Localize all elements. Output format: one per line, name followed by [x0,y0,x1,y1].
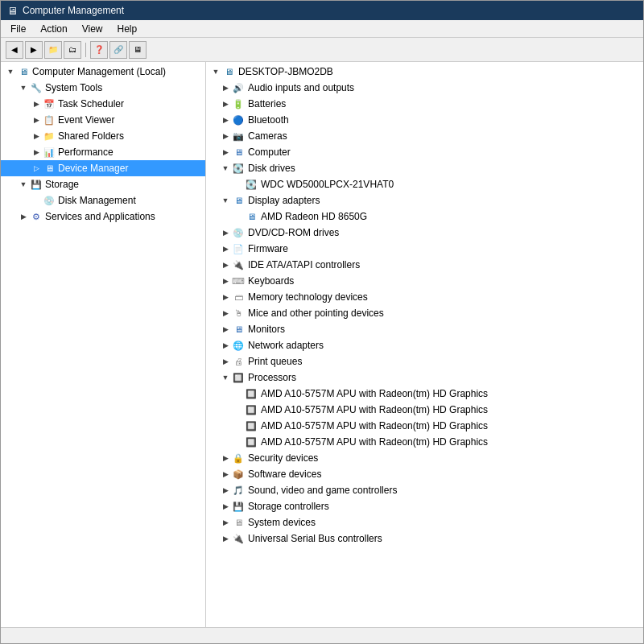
firmware-expand-icon[interactable]: ▶ [219,242,232,255]
system-dev-label: System devices [248,517,316,528]
rp-item-ide[interactable]: ▶ 🔌 IDE ATA/ATAPI controllers [206,257,643,273]
computer-expand-icon[interactable]: ▶ [219,146,232,159]
rp-item-memory[interactable]: ▶ 🗃 Memory technology devices [206,289,643,305]
rp-item-network[interactable]: ▶ 🌐 Network adapters [206,337,643,353]
firmware-icon: 📄 [232,242,245,255]
memory-expand-icon[interactable]: ▶ [219,291,232,303]
sidebar-item-system-tools[interactable]: ▼ 🔧 System Tools [1,80,205,96]
back-button[interactable]: ◀ [6,41,23,59]
batteries-label: Batteries [248,98,286,109]
menu-help[interactable]: Help [111,22,144,35]
software-expand-icon[interactable]: ▶ [219,468,232,481]
network-icon: 🌐 [232,339,245,352]
batteries-expand-icon[interactable]: ▶ [219,97,232,110]
rp-item-security[interactable]: ▶ 🔒 Security devices [206,450,643,466]
disk-mgmt-expand[interactable]: ▷ [30,194,43,207]
device-manager-expand[interactable]: ▷ [30,162,43,175]
rp-item-disk-drives[interactable]: ▼ 💽 Disk drives [206,160,643,176]
print-expand-icon[interactable]: ▶ [219,355,232,368]
sidebar-item-shared-folders[interactable]: ▶ 📁 Shared Folders [1,128,205,144]
ide-expand-icon[interactable]: ▶ [219,258,232,271]
rp-item-bluetooth[interactable]: ▶ 🔵 Bluetooth [206,112,643,128]
show-hide-button[interactable]: 🗂 [64,41,81,59]
connect-button[interactable]: 🔗 [109,41,127,59]
rp-item-software[interactable]: ▶ 📦 Software devices [206,466,643,482]
help-button[interactable]: ❓ [90,41,108,59]
menu-view[interactable]: View [76,22,109,35]
sidebar-item-device-manager[interactable]: ▷ 🖥 Device Manager [1,160,205,176]
toolbar: ◀ ▶ 📁 🗂 ❓ 🔗 🖥 [1,38,643,62]
dvd-expand-icon[interactable]: ▶ [219,226,232,239]
system-tools-expand[interactable]: ▼ [17,81,30,94]
forward-button[interactable]: ▶ [25,41,43,59]
network-expand-icon[interactable]: ▶ [219,339,232,352]
bluetooth-expand-icon[interactable]: ▶ [219,114,232,126]
rp-item-batteries[interactable]: ▶ 🔋 Batteries [206,96,643,112]
device-manager-label: Device Manager [58,163,128,174]
menu-file[interactable]: File [4,22,32,35]
rp-item-cameras[interactable]: ▶ 📷 Cameras [206,128,643,144]
rp-item-proc2[interactable]: ▷ 🔲 AMD A10-5757M APU with Radeon(tm) HD… [206,402,643,418]
rp-item-proc1[interactable]: ▷ 🔲 AMD A10-5757M APU with Radeon(tm) HD… [206,386,643,402]
system-dev-expand-icon[interactable]: ▶ [219,516,232,529]
rp-item-dvd[interactable]: ▶ 💿 DVD/CD-ROM drives [206,225,643,241]
performance-expand[interactable]: ▶ [30,146,43,159]
display-adapters-expand-icon[interactable]: ▼ [219,194,232,207]
menu-action[interactable]: Action [34,22,73,35]
task-scheduler-expand[interactable]: ▶ [30,97,43,110]
sidebar-item-services-apps[interactable]: ▶ ⚙ Services and Applications [1,208,205,225]
audio-expand-icon[interactable]: ▶ [219,81,232,94]
rp-item-display-adapters[interactable]: ▼ 🖥 Display adapters [206,192,643,208]
rp-item-keyboards[interactable]: ▶ ⌨ Keyboards [206,273,643,289]
rp-item-firmware[interactable]: ▶ 📄 Firmware [206,241,643,257]
sidebar-item-disk-management[interactable]: ▷ 💿 Disk Management [1,192,205,208]
rp-item-mice[interactable]: ▶ 🖱 Mice and other pointing devices [206,305,643,321]
monitors-expand-icon[interactable]: ▶ [219,323,232,336]
sound-label: Sound, video and game controllers [248,485,397,496]
usb-expand-icon[interactable]: ▶ [219,532,232,545]
rp-item-processors[interactable]: ▼ 🔲 Processors [206,369,643,386]
keyboards-expand-icon[interactable]: ▶ [219,275,232,287]
sidebar-item-performance[interactable]: ▶ 📊 Performance [1,144,205,160]
security-expand-icon[interactable]: ▶ [219,452,232,464]
security-icon: 🔒 [232,452,245,464]
storage-expand[interactable]: ▼ [17,178,30,191]
shared-folders-expand[interactable]: ▶ [30,130,43,142]
mice-expand-icon[interactable]: ▶ [219,307,232,320]
cameras-expand-icon[interactable]: ▶ [219,130,232,142]
tree-root[interactable]: ▼ 🖥 Computer Management (Local) [1,64,205,80]
system-tools-icon: 🔧 [30,81,43,94]
rp-item-print[interactable]: ▶ 🖨 Print queues [206,353,643,369]
processors-expand-icon[interactable]: ▼ [219,371,232,384]
rp-root-expand[interactable]: ▼ [209,65,222,78]
rp-item-storage-ctrl[interactable]: ▶ 💾 Storage controllers [206,498,643,514]
sound-expand-icon[interactable]: ▶ [219,484,232,497]
software-icon: 📦 [232,468,245,481]
services-expand[interactable]: ▶ [17,210,30,223]
system-dev-icon: 🖥 [232,516,245,529]
event-viewer-expand[interactable]: ▶ [30,114,43,126]
rp-item-amd-radeon[interactable]: ▷ 🖥 AMD Radeon HD 8650G [206,208,643,225]
rp-item-usb[interactable]: ▶ 🔌 Universal Serial Bus controllers [206,530,643,547]
sidebar-item-storage[interactable]: ▼ 💾 Storage [1,176,205,192]
disk-drives-expand-icon[interactable]: ▼ [219,162,232,175]
sidebar-item-task-scheduler[interactable]: ▶ 📅 Task Scheduler [1,96,205,112]
monitor-button[interactable]: 🖥 [129,41,147,59]
rp-item-wdc[interactable]: ▷ 💽 WDC WD5000LPCX-21VHAT0 [206,176,643,192]
rp-root[interactable]: ▼ 🖥 DESKTOP-JBMO2DB [206,64,643,80]
root-expand-icon[interactable]: ▼ [4,65,17,78]
dvd-icon: 💿 [232,226,245,239]
disk-management-label: Disk Management [58,195,136,206]
rp-item-computer[interactable]: ▶ 🖥 Computer [206,144,643,160]
storage-ctrl-expand-icon[interactable]: ▶ [219,500,232,513]
rp-item-proc3[interactable]: ▷ 🔲 AMD A10-5757M APU with Radeon(tm) HD… [206,418,643,434]
rp-item-monitors[interactable]: ▶ 🖥 Monitors [206,321,643,337]
rp-item-sound[interactable]: ▶ 🎵 Sound, video and game controllers [206,482,643,498]
rp-item-audio[interactable]: ▶ 🔊 Audio inputs and outputs [206,80,643,96]
display-adapters-label: Display adapters [248,195,320,206]
up-button[interactable]: 📁 [44,41,62,59]
sidebar-item-event-viewer[interactable]: ▶ 📋 Event Viewer [1,112,205,128]
rp-item-system-dev[interactable]: ▶ 🖥 System devices [206,514,643,530]
system-tools-label: System Tools [45,82,102,93]
rp-item-proc4[interactable]: ▷ 🔲 AMD A10-5757M APU with Radeon(tm) HD… [206,434,643,450]
